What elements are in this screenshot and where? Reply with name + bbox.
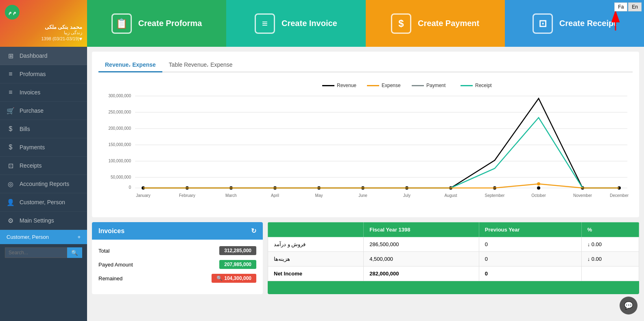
row-fiscal: 286,500,000 [364, 237, 479, 252]
invoice-total-value: 312,285,000 [219, 246, 256, 255]
create-payment-button[interactable]: $ Create Payment [366, 0, 505, 47]
receipt-btn-icon: ⊡ [533, 13, 553, 34]
action-buttons-row: 📋 Create Proforma ≡ Create Invoice $ Cre… [87, 0, 644, 47]
sidebar-item-label: Invoices [20, 89, 40, 96]
svg-text:September: September [485, 193, 505, 198]
svg-text:200,000,000: 200,000,000 [108, 126, 131, 131]
user-date: 1398 (03/21-03/19) [41, 36, 79, 41]
row-label: فروش و درآمد [268, 237, 364, 252]
invoice-payed-row: Payed Amount 207,985,000 [98, 260, 256, 269]
sidebar-item-main-settings[interactable]: ⚙ Main Settings [0, 212, 87, 230]
financial-panel: Fiscal Year 1398 Previous Year % فروش و … [268, 222, 639, 294]
col-header-fiscal: Fiscal Year 1398 [364, 223, 479, 237]
fa-lang-button[interactable]: Fa [614, 2, 627, 11]
invoice-total-label: Total [98, 248, 109, 254]
sidebar-item-bills[interactable]: $ Bills [0, 120, 87, 138]
payments-icon: $ [7, 143, 15, 151]
svg-text:March: March [225, 193, 237, 198]
financial-table: Fiscal Year 1398 Previous Year % فروش و … [268, 222, 639, 281]
revenue-expense-chart: Revenue Expense Payment Receipt 300,000,… [98, 79, 631, 209]
svg-text:250,000,000: 250,000,000 [108, 110, 131, 114]
add-customer-icon[interactable]: + [77, 234, 81, 240]
sidebar-item-label: Customer, Person [20, 199, 65, 205]
row-percent: ↓ 0.00 [581, 252, 639, 266]
chart-section: Revenue، Expense Table Revenue، Expense … [92, 52, 639, 217]
invoices-panel-header: Invoices ↻ [92, 222, 263, 240]
create-proforma-button[interactable]: 📋 Create Proforma [87, 0, 226, 47]
svg-text:100,000,000: 100,000,000 [108, 159, 131, 163]
user-subtitle: زندگی زیبا [5, 30, 82, 35]
sidebar-item-receipts[interactable]: ⊡ Receipts [0, 157, 87, 175]
invoices-panel: Invoices ↻ Total 312,285,000 Payed Amoun… [92, 222, 263, 294]
sidebar-item-customer-person[interactable]: 👤 Customer, Person [0, 193, 87, 212]
col-header-previous: Previous Year [479, 223, 581, 237]
sidebar-item-invoices[interactable]: ≡ Invoices [0, 83, 87, 102]
svg-text:May: May [315, 193, 323, 198]
tab-table-revenue-expense[interactable]: Table Revenue، Expense [162, 58, 239, 72]
main-content: Fa En 📋 Create Proforma ≡ Create Invoice… [87, 0, 644, 321]
bills-icon: $ [7, 125, 15, 133]
payment-btn-icon: $ [391, 13, 411, 34]
svg-point-48 [537, 182, 540, 186]
customer-section-label: Customer, Person [7, 234, 49, 240]
net-income-row: Net Income 282,000,000 0 [268, 266, 639, 281]
invoice-remained-row: Remained 🔍 104,300,000 [98, 274, 256, 283]
sidebar: م م محمد بنکی ملکی زندگی زیبا 1398 (03/2… [0, 0, 87, 321]
col-header-percent: % [581, 223, 639, 237]
svg-text:Receipt: Receipt [475, 83, 492, 88]
user-name: محمد بنکی ملکی [5, 24, 82, 30]
sidebar-item-dashboard[interactable]: ⊞ Dashboard [0, 47, 87, 65]
invoices-panel-title: Invoices [98, 227, 124, 235]
create-payment-label: Create Payment [418, 19, 479, 28]
sidebar-item-label: Accounting Reports [20, 181, 69, 187]
sidebar-item-label: Bills [20, 126, 30, 132]
search-input[interactable] [5, 247, 67, 258]
svg-text:November: November [573, 193, 592, 198]
customer-section[interactable]: Customer, Person + [0, 230, 87, 244]
svg-text:February: February [179, 193, 195, 198]
svg-text:Expense: Expense [382, 83, 401, 88]
table-row: فروش و درآمد 286,500,000 0 ↓ 0.00 [268, 237, 639, 252]
sidebar-item-payments[interactable]: $ Payments [0, 138, 87, 157]
create-proforma-label: Create Proforma [138, 19, 202, 28]
svg-text:50,000,000: 50,000,000 [111, 175, 131, 179]
row-label: هزینه‌ها [268, 252, 364, 266]
receipts-icon: ⊡ [7, 162, 15, 170]
language-switcher: Fa En [614, 2, 642, 11]
refresh-icon[interactable]: ↻ [251, 227, 256, 235]
sidebar-item-proformas[interactable]: ≡ Proformas [0, 65, 87, 83]
invoice-remained-value: 🔍 104,300,000 [212, 274, 256, 283]
invoice-payed-value: 207,985,000 [219, 260, 256, 269]
tab-revenue-expense[interactable]: Revenue، Expense [98, 58, 162, 72]
customer-person-icon: 👤 [7, 198, 15, 206]
svg-text:Revenue: Revenue [337, 83, 356, 88]
proforma-btn-icon: 📋 [111, 13, 132, 34]
sidebar-header: م م محمد بنکی ملکی زندگی زیبا 1398 (03/2… [0, 0, 87, 47]
purchase-icon: 🛒 [7, 107, 15, 115]
sidebar-item-purchase[interactable]: 🛒 Purchase [0, 102, 87, 120]
col-header-label [268, 223, 364, 237]
create-invoice-label: Create Invoice [282, 19, 337, 28]
accounting-reports-icon: ◎ [7, 180, 15, 188]
sidebar-item-label: Proformas [20, 71, 46, 77]
svg-text:0: 0 [129, 185, 131, 190]
row-fiscal: 4,500,000 [364, 252, 479, 266]
svg-text:300,000,000: 300,000,000 [108, 94, 131, 98]
chevron-down-icon[interactable]: ▾ [79, 35, 82, 42]
create-invoice-button[interactable]: ≡ Create Invoice [226, 0, 365, 47]
svg-text:April: April [271, 193, 279, 198]
sidebar-item-label: Main Settings [20, 217, 54, 224]
svg-text:Payment: Payment [426, 83, 446, 88]
sidebar-item-label: Receipts [20, 162, 41, 169]
invoice-total-row: Total 312,285,000 [98, 246, 256, 255]
svg-text:January: January [136, 193, 151, 198]
table-row: هزینه‌ها 4,500,000 0 ↓ 0.00 [268, 252, 639, 266]
search-button[interactable]: 🔍 [67, 247, 82, 258]
chat-button[interactable]: 💬 [620, 297, 637, 314]
row-label: Net Income [268, 266, 364, 281]
en-lang-button[interactable]: En [628, 2, 642, 11]
svg-text:June: June [358, 193, 367, 198]
sidebar-item-accounting-reports[interactable]: ◎ Accounting Reports [0, 175, 87, 193]
svg-rect-2 [322, 85, 334, 86]
invoices-panel-body: Total 312,285,000 Payed Amount 207,985,0… [92, 240, 263, 294]
